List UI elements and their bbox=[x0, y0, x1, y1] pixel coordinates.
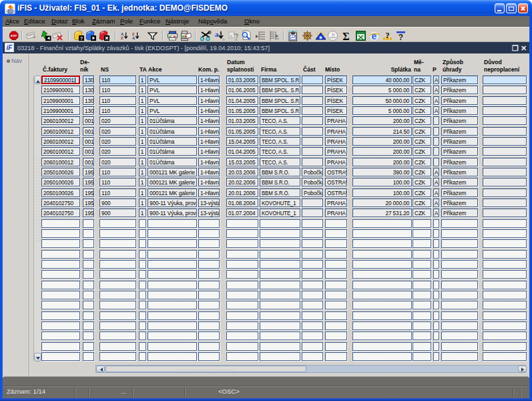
svg-text:EXIT: EXIT bbox=[11, 34, 17, 37]
svg-text:802: 802 bbox=[8, 10, 13, 13]
svg-text:a: a bbox=[230, 33, 233, 39]
svg-text:a: a bbox=[215, 30, 219, 38]
svg-text:a: a bbox=[222, 36, 225, 41]
svg-text:?: ? bbox=[80, 35, 83, 41]
svg-text:e: e bbox=[372, 31, 377, 41]
svg-text:Z: Z bbox=[121, 36, 123, 40]
svg-text:?: ? bbox=[398, 33, 403, 42]
svg-text:A: A bbox=[132, 36, 136, 40]
svg-text:A: A bbox=[121, 32, 124, 36]
svg-text:Z: Z bbox=[132, 32, 135, 36]
svg-text:Σ: Σ bbox=[342, 31, 349, 42]
svg-text:a: a bbox=[235, 36, 238, 41]
svg-text:?: ? bbox=[385, 30, 390, 40]
